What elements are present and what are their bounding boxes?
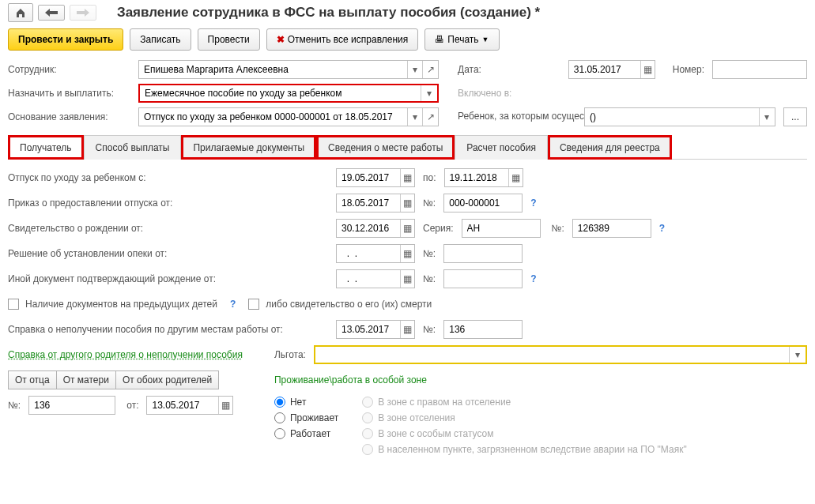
zone-none-radio[interactable]: Нет [274, 397, 338, 408]
num-label: №: [423, 197, 436, 209]
number-label: Номер: [673, 64, 704, 75]
employee-label: Сотрудник: [8, 64, 130, 75]
help-icon[interactable]: ? [230, 299, 236, 310]
dropdown-icon[interactable]: ▾ [407, 108, 423, 126]
benefit-field[interactable]: ▾ [314, 345, 807, 364]
print-button[interactable]: 🖶Печать▼ [424, 28, 499, 51]
write-button[interactable]: Записать [130, 28, 191, 51]
leave-from-label: Отпуск по уходу за ребенком с: [8, 172, 328, 183]
cert-series-field[interactable] [462, 219, 541, 238]
help-icon[interactable]: ? [530, 197, 536, 209]
parent-source-segment[interactable]: От отца От матери От обоих родителей [8, 370, 219, 389]
prev-kids-label: Наличие документов на предыдущих детей [25, 299, 217, 310]
guardian-num-label: №: [423, 248, 436, 259]
calendar-icon[interactable]: ▦ [400, 270, 414, 288]
date-field[interactable]: ▦ [568, 60, 655, 79]
help-icon[interactable]: ? [530, 273, 536, 284]
or-death-label: либо свидетельство о его (их) смерти [266, 299, 432, 310]
tab-workplace[interactable]: Сведения о месте работы [316, 135, 455, 160]
assign-pay-label: Назначить и выплатить: [8, 88, 130, 99]
tab-registry[interactable]: Сведения для реестра [548, 135, 672, 160]
from-both-button[interactable]: От обоих родителей [116, 370, 219, 389]
series-label: Серия: [423, 223, 454, 234]
post-close-button[interactable]: Провести и закрыть [8, 28, 123, 51]
nonreceipt-num-label: №: [423, 324, 436, 335]
chevron-down-icon: ▼ [482, 36, 489, 43]
page-title: Заявление сотрудника в ФСС на выплату по… [117, 5, 540, 21]
calendar-icon[interactable]: ▦ [400, 169, 414, 186]
tab-recipient[interactable]: Получатель [8, 135, 84, 160]
basis-field[interactable]: ▾ ↗ [138, 107, 439, 126]
dropdown-icon[interactable]: ▾ [759, 108, 775, 126]
cert-num-field[interactable] [572, 219, 651, 238]
benefit-label: Льгота: [274, 349, 306, 360]
prev-kids-checkbox[interactable] [8, 299, 19, 310]
or-death-checkbox[interactable] [248, 299, 259, 310]
printer-icon: 🖶 [435, 34, 444, 45]
calendar-icon[interactable]: ▦ [400, 245, 414, 262]
other-num-label: №: [423, 273, 436, 284]
other-num-field[interactable] [443, 269, 523, 288]
calendar-icon[interactable]: ▦ [400, 321, 414, 338]
zone-resettle-radio: В зоне с правом на отселение [362, 397, 686, 408]
order-num-field[interactable] [443, 194, 523, 213]
calendar-icon[interactable]: ▦ [400, 194, 414, 212]
order-date-field[interactable]: ▦ [336, 194, 415, 213]
calendar-icon[interactable]: ▦ [400, 220, 414, 237]
other-doc-label: Иной документ подтверждающий рождение от… [8, 273, 328, 284]
from-mother-button[interactable]: От матери [57, 370, 116, 389]
dropdown-icon[interactable]: ▾ [407, 61, 423, 78]
zone-header: Проживание\работа в особой зоне [274, 374, 427, 386]
spr-num-label: №: [8, 400, 21, 411]
date-label: Дата: [458, 64, 481, 75]
home-button[interactable] [8, 3, 33, 22]
more-button[interactable]: ... [783, 107, 807, 126]
nonreceipt-label: Справка о неполучении пособия по другим … [8, 324, 328, 335]
calendar-icon[interactable]: ▦ [640, 61, 655, 78]
open-icon[interactable]: ↗ [422, 61, 438, 78]
tab-payment-method[interactable]: Способ выплаты [84, 135, 182, 160]
nonreceipt-num-field[interactable] [443, 320, 523, 339]
child-cared-label: Ребенок, за которым осуществляется уход: [458, 111, 576, 122]
cert-from-label: Свидетельство о рождении от: [8, 223, 328, 234]
back-button[interactable] [38, 5, 65, 21]
forward-button[interactable] [70, 5, 96, 21]
basis-label: Основание заявления: [8, 111, 130, 122]
zone-mayak-radio: В населенном пункте, загрязненном вследс… [362, 444, 686, 455]
order-from-label: Приказ о предоставлении отпуска от: [8, 197, 328, 209]
leave-to-field[interactable]: ▦ [444, 168, 523, 187]
to-label: по: [423, 172, 436, 183]
guardian-num-field[interactable] [443, 244, 523, 263]
zone-lives-radio[interactable]: Проживает [274, 412, 338, 423]
dropdown-icon[interactable]: ▾ [789, 347, 806, 363]
zone-ot-radio: В зоне отселения [362, 412, 686, 423]
employee-field[interactable]: ▾ ↗ [138, 60, 439, 79]
from-father-button[interactable]: От отца [8, 370, 57, 389]
calendar-icon[interactable]: ▦ [508, 169, 523, 186]
cancel-icon: ✖ [277, 34, 285, 45]
cert-num-label: №: [552, 223, 564, 234]
number-field[interactable] [712, 60, 807, 79]
tab-documents[interactable]: Прилагаемые документы [181, 135, 316, 160]
post-button[interactable]: Провести [198, 28, 260, 51]
open-icon[interactable]: ↗ [422, 108, 438, 126]
other-date-field[interactable]: ▦ [336, 269, 415, 288]
zone-works-radio[interactable]: Работает [274, 428, 338, 439]
nonreceipt-date-field[interactable]: ▦ [336, 320, 415, 339]
included-in-label: Включено в: [458, 88, 511, 99]
help-icon[interactable]: ? [659, 223, 665, 234]
guardian-date-field[interactable]: ▦ [336, 244, 415, 263]
cert-date-field[interactable]: ▦ [336, 219, 415, 238]
zone-status-radio: В зоне с особым статусом [362, 428, 686, 439]
spr-num-field[interactable] [28, 396, 115, 415]
spr-date-field[interactable]: ▦ [146, 396, 233, 415]
cancel-all-button[interactable]: ✖Отменить все исправления [266, 28, 419, 51]
dropdown-icon[interactable]: ▾ [421, 85, 437, 101]
child-cared-field[interactable]: ▾ [584, 107, 775, 126]
other-parent-link[interactable]: Справка от другого родителя о неполучени… [8, 349, 243, 360]
leave-from-field[interactable]: ▦ [336, 168, 415, 187]
guardian-from-label: Решение об установлении опеки от: [8, 248, 328, 259]
tab-calc[interactable]: Расчет пособия [455, 135, 548, 160]
assign-pay-field[interactable]: ▾ [138, 84, 439, 103]
calendar-icon[interactable]: ▦ [218, 397, 232, 414]
